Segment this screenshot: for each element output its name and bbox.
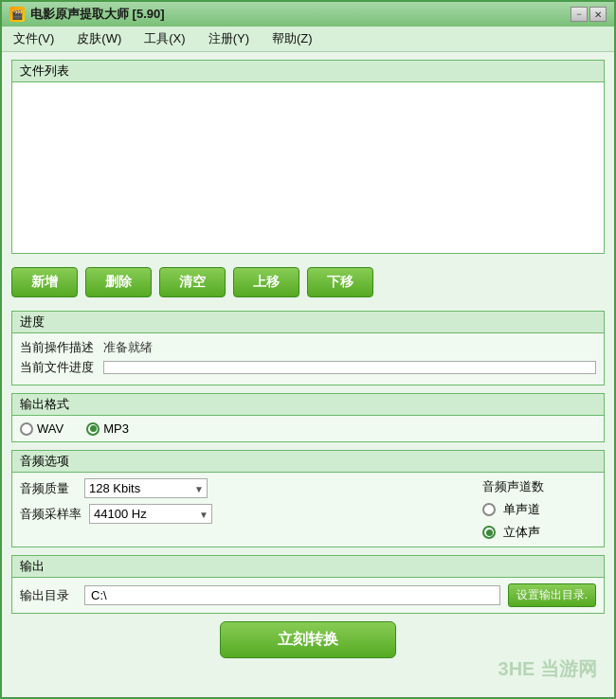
- audio-options-title: 音频选项: [12, 451, 604, 473]
- file-list-header: 文件列表: [12, 61, 604, 82]
- format-mp3-option[interactable]: MP3: [86, 421, 129, 436]
- current-file-label: 当前文件进度: [20, 359, 96, 376]
- channel-title: 音频声道数: [482, 478, 596, 495]
- stereo-radio[interactable]: [482, 526, 496, 539]
- close-button[interactable]: ✕: [589, 7, 607, 22]
- action-buttons: 新增 删除 清空 上移 下移: [11, 261, 605, 303]
- wav-radio[interactable]: [20, 422, 33, 436]
- menu-help[interactable]: 帮助(Z): [268, 29, 317, 48]
- clear-button[interactable]: 清空: [159, 267, 226, 297]
- progress-title: 进度: [12, 312, 604, 333]
- output-dir-label: 输出目录: [20, 587, 77, 604]
- menu-bar: 文件(V) 皮肤(W) 工具(X) 注册(Y) 帮助(Z): [2, 27, 614, 52]
- set-output-dir-button[interactable]: 设置输出目录.: [508, 583, 596, 607]
- minimize-button[interactable]: －: [571, 7, 588, 22]
- menu-register[interactable]: 注册(Y): [205, 29, 253, 48]
- current-op-value: 准备就绪: [103, 339, 153, 356]
- mp3-radio[interactable]: [86, 422, 100, 436]
- sample-rate-select[interactable]: 22050 Hz 44100 Hz 48000 Hz: [89, 504, 212, 524]
- watermark: 3HE 当游网: [498, 656, 597, 682]
- output-title: 输出: [12, 556, 604, 578]
- title-bar: 🎬 电影原声提取大师 [5.90] － ✕: [0, 0, 616, 27]
- audio-options-section: 音频选项 音频质量 64 Kbits 128 Kbits 192 Kbits: [11, 450, 605, 547]
- mono-label: 单声道: [503, 501, 540, 518]
- current-op-label: 当前操作描述: [20, 339, 96, 356]
- file-list-section: 文件列表: [11, 60, 605, 254]
- mono-option[interactable]: 单声道: [482, 501, 596, 518]
- menu-tools[interactable]: 工具(X): [140, 29, 189, 48]
- mono-radio[interactable]: [482, 503, 496, 516]
- convert-button[interactable]: 立刻转换: [220, 621, 396, 658]
- output-format-title: 输出格式: [12, 394, 604, 416]
- sample-rate-label: 音频采样率: [20, 506, 82, 523]
- menu-skin[interactable]: 皮肤(W): [73, 29, 125, 48]
- mp3-label: MP3: [103, 421, 129, 436]
- progress-section: 进度 当前操作描述 准备就绪 当前文件进度: [11, 311, 605, 385]
- app-icon: 🎬: [9, 7, 25, 22]
- move-down-button[interactable]: 下移: [307, 267, 373, 297]
- main-window: 文件(V) 皮肤(W) 工具(X) 注册(Y) 帮助(Z) 文件列表 新增 删除…: [0, 27, 616, 699]
- content-area: 文件列表 新增 删除 清空 上移 下移 进度 当前操作描述 准备就绪: [2, 52, 614, 675]
- quality-select[interactable]: 64 Kbits 128 Kbits 192 Kbits 256 Kbits 3…: [84, 478, 208, 498]
- output-format-section: 输出格式 WAV MP3: [11, 393, 605, 442]
- output-path-input[interactable]: [84, 585, 500, 605]
- file-list-area[interactable]: [12, 82, 604, 253]
- app-title: 电影原声提取大师 [5.90]: [30, 6, 165, 23]
- menu-file[interactable]: 文件(V): [9, 29, 58, 48]
- stereo-option[interactable]: 立体声: [482, 524, 596, 541]
- quality-label: 音频质量: [20, 480, 77, 497]
- progress-bar: [103, 361, 596, 374]
- add-button[interactable]: 新增: [11, 267, 78, 297]
- convert-row: 立刻转换: [11, 621, 605, 658]
- delete-button[interactable]: 删除: [85, 267, 152, 297]
- output-section: 输出 输出目录 设置输出目录.: [11, 555, 605, 614]
- stereo-label: 立体声: [503, 524, 540, 541]
- move-up-button[interactable]: 上移: [233, 267, 299, 297]
- format-wav-option[interactable]: WAV: [20, 421, 63, 436]
- wav-label: WAV: [37, 421, 63, 436]
